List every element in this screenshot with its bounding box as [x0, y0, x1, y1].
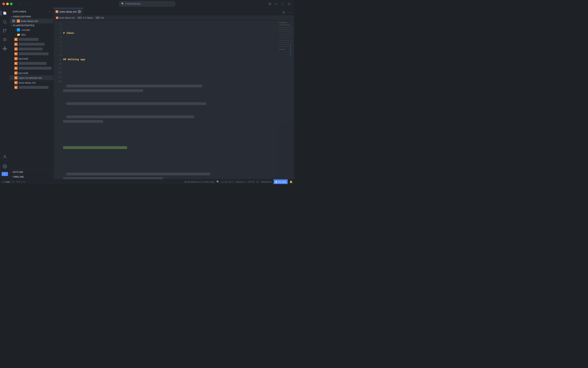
- untalked-filename: tools-ideas.md: [18, 81, 36, 84]
- file-close-icon[interactable]: ✕: [12, 19, 15, 23]
- blurred-filename1: [18, 38, 39, 41]
- md-icon2: M↓: [14, 43, 18, 46]
- extensions-activity[interactable]: [1, 44, 9, 52]
- timeline-section[interactable]: › TIMELINE: [9, 175, 53, 179]
- split-editor-button[interactable]: ⊞: [281, 9, 286, 15]
- explorer-activity[interactable]: [1, 9, 9, 17]
- errors-status[interactable]: ✕ 0 ⚠ 0: [16, 180, 25, 183]
- bc-sep2: ›: [94, 17, 95, 19]
- blurred-filename6: [18, 67, 52, 70]
- search-bar[interactable]: 🔍 PlaintextNotes: [119, 1, 175, 6]
- file-blurred1[interactable]: M↓: [9, 37, 53, 42]
- file-blurred7[interactable]: M↓: [9, 85, 53, 90]
- statusbar: ⎇ main ↻ ✕ 0 ⚠ 0 ◈ deepakness (1 month a…: [0, 179, 294, 184]
- more-actions-button[interactable]: ⋯: [287, 9, 292, 15]
- branch-status[interactable]: ⎇ main: [2, 180, 10, 183]
- editor-content[interactable]: # Ideas ## Walking app - -: [63, 20, 278, 179]
- file-blurred5[interactable]: M↓: [9, 61, 53, 66]
- open-editors-header[interactable]: ▾ Open Editors: [9, 15, 53, 18]
- breadcrumb-file[interactable]: M↓ tools-ideas.md: [56, 16, 75, 19]
- timeline-chevron: ›: [11, 176, 12, 178]
- bc-h1-tag: abc: [77, 16, 82, 19]
- status-right: ◈ deepakness (1 month ago) 🔍 Ln 14, Col …: [185, 179, 292, 184]
- line-1: # Ideas: [63, 31, 276, 35]
- tab-close-button[interactable]: ✕: [78, 10, 81, 13]
- sidebar-more-button[interactable]: ⋯: [48, 9, 51, 13]
- editor[interactable]: 1 2 3 4 5 6 7 8 9 10 11 12 13 14 # Ideas…: [53, 20, 294, 179]
- account-icon[interactable]: ⊞: [267, 2, 272, 6]
- line-ending-status[interactable]: LF: [256, 181, 259, 183]
- tools-filename: rsync-to-hetzner.md: [18, 76, 42, 79]
- bc-h2-tag: abc: [95, 16, 100, 19]
- file-rsync[interactable]: M↓ blurred6: [9, 71, 53, 75]
- tab-bar: M↓ tools-ideas.md ✕ ⊞ ⋯: [53, 8, 294, 15]
- search-activity[interactable]: [1, 18, 9, 26]
- workspace-chevron: ▾: [11, 24, 12, 27]
- file-blurred2[interactable]: M↓: [9, 42, 53, 46]
- source-indicator[interactable]: ↑: [2, 172, 8, 176]
- zoom-status[interactable]: 🔍: [216, 180, 219, 183]
- svg-rect-21: [279, 42, 292, 43]
- line-7: -: [63, 114, 276, 123]
- blurred-filename5: [18, 62, 47, 65]
- svg-rect-12: [279, 22, 287, 23]
- position-status[interactable]: Ln 14, Col 4: [221, 181, 234, 183]
- git-author-status[interactable]: ◈ deepakness (1 month ago): [185, 180, 214, 183]
- spaces-status[interactable]: Spaces: 4: [236, 181, 246, 183]
- open-editor-tools-ideas[interactable]: ✕ M↓ tools-ideas.md: [9, 18, 53, 23]
- md-icon5: M↓: [14, 62, 18, 65]
- breadcrumb-h2[interactable]: abc ##: [95, 16, 104, 19]
- vscode-folder-icon: ⬡: [17, 28, 20, 31]
- git-author-icon: ◈: [185, 180, 186, 183]
- language-status[interactable]: Markdown: [261, 181, 272, 183]
- traffic-lights: [2, 3, 13, 5]
- workspace-label: PlaintextNotes: [13, 24, 35, 27]
- go-live-label: Go Live: [278, 181, 286, 183]
- encoding-status[interactable]: UTF-8: [248, 181, 254, 183]
- file-llm-seo[interactable]: M↓ blurred4: [9, 56, 53, 61]
- minimize-button[interactable]: [6, 3, 9, 5]
- vscode-folder[interactable]: › ⬡ .vscode: [9, 28, 53, 32]
- spaces-label: Spaces: 4: [236, 181, 246, 183]
- outline-section[interactable]: › OUTLINE: [9, 170, 53, 175]
- open-editors-label: Open Editors: [13, 15, 31, 18]
- accounts-activity[interactable]: [1, 153, 9, 161]
- source-control-activity[interactable]: [1, 27, 9, 35]
- sync-status[interactable]: ↻: [12, 180, 14, 183]
- layout-icon[interactable]: ▭: [274, 2, 279, 6]
- panel-icon[interactable]: ⬚: [280, 2, 285, 6]
- bc-sep1: ›: [76, 17, 76, 19]
- open-editors-chevron: ▾: [11, 16, 12, 18]
- go-live-button[interactable]: ◉ Go Live: [274, 179, 288, 184]
- gear-icon: [3, 164, 7, 169]
- maximize-button[interactable]: [10, 3, 13, 5]
- back-button[interactable]: ←: [18, 1, 23, 6]
- activity-bar: ↑: [0, 8, 9, 179]
- bc-file-icon: M↓: [56, 17, 58, 19]
- notifications-button[interactable]: 🔔: [290, 180, 292, 183]
- file-tools-ideas[interactable]: M↓ rsync-to-hetzner.md: [9, 75, 53, 80]
- svg-rect-13: [279, 25, 290, 25]
- breadcrumb-h1[interactable]: abc # # Ideas: [77, 16, 93, 19]
- svg-point-8: [4, 39, 6, 41]
- file-blurred3[interactable]: M↓: [9, 46, 53, 51]
- error-count: 0: [19, 181, 20, 183]
- file-untalkedseo[interactable]: M↓ tools-ideas.md: [9, 80, 53, 85]
- file-blurred4[interactable]: M↓: [9, 51, 53, 56]
- editor-area: M↓ tools-ideas.md ✕ ⊞ ⋯ M↓ tools-ideas.m…: [53, 8, 294, 179]
- workspace-header[interactable]: ▾ PlaintextNotes: [9, 23, 53, 28]
- md-file-icon: M↓: [17, 19, 20, 23]
- debug-activity[interactable]: [1, 36, 9, 44]
- line-2: [63, 44, 276, 48]
- svg-line-4: [6, 23, 7, 24]
- forward-button[interactable]: →: [24, 1, 29, 6]
- svg-point-9: [4, 155, 5, 157]
- close-button[interactable]: [2, 3, 5, 5]
- fullscreen-icon[interactable]: ⊡: [286, 2, 292, 6]
- file-blurred6[interactable]: M↓: [9, 66, 53, 71]
- tab-label: tools-ideas.md: [60, 10, 77, 13]
- breadcrumb: M↓ tools-ideas.md › abc # # Ideas › abc …: [53, 15, 294, 20]
- tab-tools-ideas[interactable]: M↓ tools-ideas.md ✕: [53, 8, 83, 15]
- settings-activity[interactable]: [1, 162, 9, 170]
- files-folder[interactable]: › 📁 files: [9, 32, 53, 37]
